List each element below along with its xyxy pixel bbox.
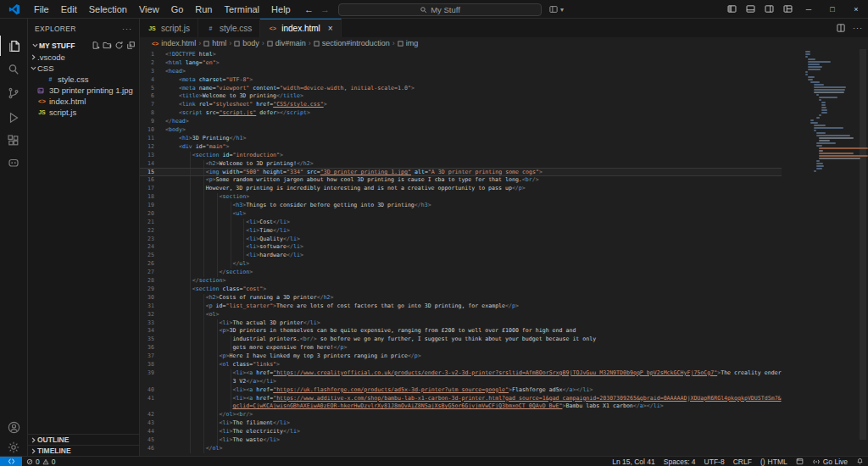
editor-more-actions-icon[interactable]: ···	[853, 24, 863, 32]
close-button[interactable]: ×	[844, 0, 868, 19]
menu-edit[interactable]: Edit	[55, 0, 83, 19]
open-in-browser-button[interactable]	[792, 457, 808, 466]
menu-help[interactable]: Help	[265, 0, 297, 19]
code-line[interactable]: 38 <ol class="links">	[140, 361, 782, 369]
code-line[interactable]: 34 <p>3D printers in themselves can be q…	[140, 327, 782, 336]
code-line[interactable]: 29 <section class="cost">	[140, 286, 782, 294]
code-line[interactable]: 18 <section>	[140, 193, 782, 202]
explorer-more-actions-icon[interactable]: ···	[122, 25, 132, 33]
go-live-button[interactable]: Go Live	[808, 457, 852, 466]
code-line[interactable]: 22 <li>Time</li>	[140, 227, 782, 236]
code-line[interactable]: 10<body>	[140, 126, 782, 135]
breadcrumb-segment[interactable]: img	[398, 39, 419, 47]
command-center-search[interactable]: My Stuff	[338, 3, 542, 16]
code-line[interactable]: 4 <meta charset="UTF-8">	[140, 76, 782, 85]
breadcrumb-segment[interactable]: body	[234, 39, 259, 47]
breadcrumb-segment[interactable]: section#introduction	[314, 39, 390, 47]
explorer-icon[interactable]	[0, 36, 27, 56]
notifications-bell[interactable]	[852, 457, 868, 466]
code-line[interactable]: 43 <li>The filiment</li>	[140, 419, 782, 428]
eol-setting[interactable]: CRLF	[729, 457, 756, 466]
code-line[interactable]: 25 <li>hardware</li>	[140, 252, 782, 260]
source-control-icon[interactable]	[0, 83, 27, 103]
code-line[interactable]: 23 <li>Quality</li>	[140, 236, 782, 244]
refresh-icon[interactable]	[114, 41, 124, 50]
breadcrumb-segment[interactable]: <>index.html	[152, 39, 196, 47]
maximize-button[interactable]: □	[821, 0, 844, 19]
tab-index-html[interactable]: <>index.html×	[260, 19, 341, 37]
language-mode[interactable]: () HTML	[756, 457, 792, 466]
tree-item-css[interactable]: CSS	[28, 63, 139, 74]
collapse-folders-icon[interactable]	[126, 41, 136, 50]
breadcrumb-segment[interactable]: html	[203, 39, 226, 47]
toggle-secondary-sidebar-icon[interactable]	[760, 0, 778, 19]
tree-item-style-css[interactable]: #style.css	[28, 74, 139, 85]
nav-back-icon[interactable]: ←	[304, 4, 314, 14]
new-file-icon[interactable]	[91, 41, 100, 50]
code-line[interactable]: 14 <h2>Welcome to 3D printing!</h2>	[140, 160, 782, 169]
indentation-setting[interactable]: Spaces: 4	[659, 457, 700, 466]
code-line[interactable]: 13 <section id="introduction">	[140, 152, 782, 160]
extensions-icon[interactable]	[0, 130, 27, 151]
remote-indicator[interactable]	[0, 457, 22, 466]
search-view-icon[interactable]	[0, 59, 27, 80]
menu-file[interactable]: File	[28, 0, 55, 19]
layout-dropdown[interactable]: ▾	[548, 4, 564, 14]
breadcrumb-segment[interactable]: div#main	[267, 39, 306, 47]
menu-view[interactable]: View	[133, 0, 165, 19]
code-line[interactable]: 16 <p>Some random written jargon about h…	[140, 176, 782, 185]
code-line[interactable]: 9</head>	[140, 118, 782, 126]
workspace-folder-row[interactable]: MY STUFF	[28, 39, 139, 52]
code-line[interactable]: 45 <li>The waste</li>	[140, 436, 782, 445]
section-outline[interactable]: OUTLINE	[28, 434, 139, 445]
tree-item--vscode[interactable]: .vscode	[28, 52, 139, 63]
code-line[interactable]: 26 </ul>	[140, 260, 782, 269]
code-line[interactable]: 37 <p>Here I have linked my top 3 printe…	[140, 352, 782, 361]
copilot-icon[interactable]	[0, 153, 27, 173]
toggle-panel-icon[interactable]	[741, 0, 760, 19]
code-line[interactable]: 31 <p id="list_starter">There are lots o…	[140, 302, 782, 311]
minimap[interactable]	[805, 51, 858, 173]
minimize-button[interactable]: ─	[797, 0, 821, 19]
cursor-position[interactable]: Ln 15, Col 41	[608, 457, 659, 466]
tab-script-js[interactable]: JSscript.js	[140, 19, 198, 37]
code-line[interactable]: 27 </section>	[140, 269, 782, 277]
scrollbar-slider[interactable]	[860, 49, 866, 440]
code-line[interactable]: 35 industrial printers.<br/> so before w…	[140, 336, 782, 344]
code-line[interactable]: 36 gets more expensive from here!</p>	[140, 344, 782, 352]
tree-item-3d-printer-printing-1-jpg[interactable]: 3D printer printing 1.jpg	[28, 85, 139, 96]
code-line[interactable]: 15 <img width="500" height="334" src="3D…	[140, 168, 782, 176]
code-line[interactable]: 3 V2</a></li>	[140, 378, 782, 386]
new-folder-icon[interactable]	[103, 41, 112, 50]
code-line[interactable]: 21 <li>Cost</li>	[140, 219, 782, 227]
code-line[interactable]: 39 <li><a href="https://www.crealityoffi…	[140, 369, 782, 378]
code-line[interactable]: 28 </section>	[140, 277, 782, 286]
encoding-setting[interactable]: UTF-8	[700, 457, 729, 466]
close-tab-icon[interactable]: ×	[328, 24, 333, 33]
code-line[interactable]: 12 <div id="main">	[140, 143, 782, 152]
split-editor-icon[interactable]	[836, 23, 846, 33]
code-line[interactable]: 2<html lang="en">	[140, 59, 782, 68]
code-line[interactable]: 20 <ul>	[140, 210, 782, 219]
menu-selection[interactable]: Selection	[83, 0, 133, 19]
toggle-primary-sidebar-icon[interactable]	[722, 0, 741, 19]
code-line[interactable]: 1<!DOCTYPE html>	[140, 51, 782, 59]
code-line[interactable]: 41 <li><a href="https://www.additive-x.c…	[140, 395, 782, 403]
code-line[interactable]: 30 <h2>Costs of running a 3D printer</h2…	[140, 294, 782, 302]
menu-go[interactable]: Go	[165, 0, 190, 19]
code-line[interactable]: 19 <h3>Things to consider before getting…	[140, 202, 782, 210]
menu-run[interactable]: Run	[189, 0, 218, 19]
code-area[interactable]: 1<!DOCTYPE html>2<html lang="en">3<head>…	[140, 49, 868, 456]
code-line[interactable]: 7 <link rel="stylesheet" href="CSS/style…	[140, 101, 782, 109]
code-line[interactable]: 46 </ol>	[140, 445, 782, 453]
settings-gear-icon[interactable]	[0, 437, 27, 458]
tree-item-script-js[interactable]: JSscript.js	[28, 107, 139, 118]
code-line[interactable]: 42 </ol><br/>	[140, 411, 782, 419]
tab-style-css[interactable]: #style.css	[198, 19, 260, 37]
nav-forward-icon[interactable]: →	[320, 4, 330, 14]
run-debug-icon[interactable]	[0, 108, 27, 128]
code-line[interactable]: 40 <li><a href="https://uk.flashforge.co…	[140, 386, 782, 395]
section-timeline[interactable]: TIMELINE	[28, 445, 139, 456]
tree-item-index-html[interactable]: <>index.html	[28, 96, 139, 107]
code-line[interactable]: 44 <li>The electricity</li>	[140, 428, 782, 436]
